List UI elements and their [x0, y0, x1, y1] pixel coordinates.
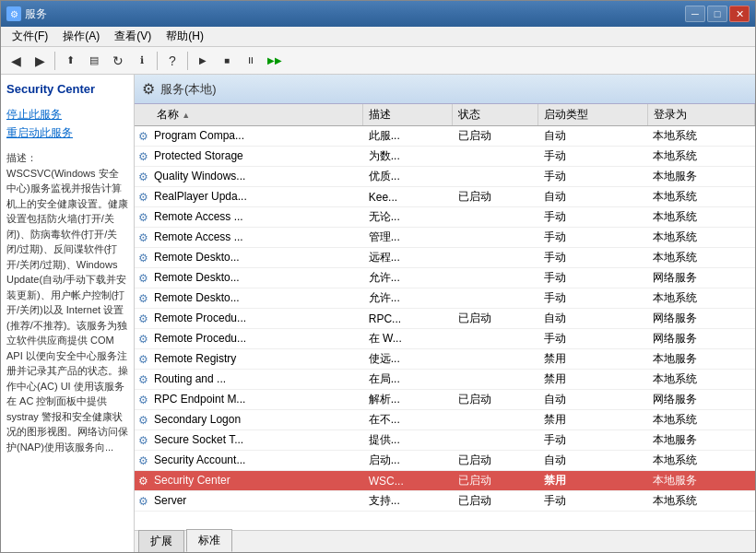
- table-row[interactable]: ⚙Protected Storage为数...手动本地系统: [135, 147, 755, 167]
- service-name: Remote Procedu...: [154, 312, 246, 324]
- refresh-button[interactable]: ↻: [107, 51, 129, 71]
- cell-name: ⚙Program Compa...: [135, 126, 363, 147]
- cell-name: ⚙Remote Deskto...: [135, 248, 363, 268]
- service-name: Security Center: [154, 474, 230, 487]
- content-area: Security Center 停止此服务 重启动此服务 描述： WSCSVC(…: [1, 75, 755, 552]
- forward-button[interactable]: ▶: [29, 51, 51, 71]
- cell-status: 已启动: [453, 451, 538, 471]
- cell-name: ⚙Remote Procedu...: [135, 309, 363, 329]
- up-button[interactable]: ⬆: [59, 51, 81, 71]
- table-row[interactable]: ⚙Security Account...启动...已启动自动本地系统: [135, 451, 755, 471]
- menu-action[interactable]: 操作(A): [55, 27, 107, 46]
- table-row[interactable]: ⚙Remote Access ...无论...手动本地系统: [135, 207, 755, 228]
- cell-name: ⚙Security Center: [135, 471, 363, 491]
- col-logon[interactable]: 登录为: [647, 104, 754, 126]
- services-table-container[interactable]: 名称 ▲ 描述 状态 启动类型 登录为 ⚙Program Compa...此服.…: [135, 104, 755, 530]
- cell-startup: 自动: [538, 309, 647, 329]
- cell-logon: 网络服务: [647, 309, 754, 329]
- service-icon: ⚙: [138, 353, 151, 366]
- menu-view[interactable]: 查看(V): [107, 27, 159, 46]
- table-row[interactable]: ⚙Security CenterWSC...已启动禁用本地服务: [135, 471, 755, 491]
- tab-expand[interactable]: 扩展: [138, 530, 184, 552]
- table-row[interactable]: ⚙Remote Deskto...允许...手动网络服务: [135, 268, 755, 288]
- minimize-button[interactable]: ─: [685, 6, 705, 22]
- cell-logon: 本地系统: [647, 126, 754, 147]
- service-icon: ⚙: [138, 394, 151, 406]
- table-row[interactable]: ⚙Secondary Logon在不...禁用本地系统: [135, 410, 755, 430]
- cell-status: [453, 207, 538, 228]
- table-row[interactable]: ⚙Remote Deskto...允许...手动本地系统: [135, 288, 755, 309]
- table-row[interactable]: ⚙RealPlayer Upda...Kee...已启动自动本地系统: [135, 187, 755, 207]
- cell-startup: 手动: [538, 147, 647, 167]
- table-row[interactable]: ⚙Remote Procedu...在 W...手动网络服务: [135, 329, 755, 349]
- menu-file[interactable]: 文件(F): [5, 27, 55, 46]
- col-startup[interactable]: 启动类型: [538, 104, 647, 126]
- toolbar-sep-2: [157, 52, 158, 70]
- service-icon: ⚙: [138, 333, 151, 346]
- cell-name: ⚙Remote Deskto...: [135, 268, 363, 288]
- window-title: 服务: [25, 6, 47, 22]
- table-row[interactable]: ⚙Remote Deskto...远程...手动本地系统: [135, 248, 755, 268]
- panel-header-title: 服务(本地): [160, 81, 217, 98]
- main-window: ⚙ 服务 ─ □ ✕ 文件(F) 操作(A) 查看(V) 帮助(H) ◀ ▶ ⬆…: [0, 0, 756, 553]
- service-icon: ⚙: [138, 414, 151, 427]
- stop-service-link[interactable]: 停止此服务: [6, 107, 128, 123]
- service-icon: ⚙: [138, 130, 151, 143]
- menu-help[interactable]: 帮助(H): [159, 27, 211, 46]
- cell-logon: 本地系统: [647, 370, 754, 390]
- resume-service-button[interactable]: ▶▶: [264, 51, 286, 71]
- maximize-button[interactable]: □: [707, 6, 727, 22]
- restart-service-link[interactable]: 重启动此服务: [6, 125, 128, 141]
- cell-logon: 本地服务: [647, 430, 754, 451]
- cell-desc: 支持...: [363, 491, 453, 512]
- status-tabs: 扩展 标准: [135, 530, 755, 552]
- cell-desc: 此服...: [363, 126, 453, 147]
- table-row[interactable]: ⚙Remote Registry使远...禁用本地服务: [135, 349, 755, 370]
- col-status[interactable]: 状态: [453, 104, 538, 126]
- service-name: Remote Deskto...: [154, 271, 240, 284]
- service-name: Remote Deskto...: [154, 291, 240, 304]
- table-row[interactable]: ⚙Secure Socket T...提供...手动本地服务: [135, 430, 755, 451]
- table-row[interactable]: ⚙Server支持...已启动手动本地系统: [135, 491, 755, 512]
- table-row[interactable]: ⚙Remote Access ...管理...手动本地系统: [135, 228, 755, 248]
- toolbar-sep-1: [54, 52, 55, 70]
- cell-startup: 手动: [538, 329, 647, 349]
- table-row[interactable]: ⚙Program Compa...此服...已启动自动本地系统: [135, 126, 755, 147]
- service-name: Routing and ...: [154, 372, 226, 385]
- cell-startup: 禁用: [538, 370, 647, 390]
- close-button[interactable]: ✕: [729, 6, 750, 22]
- cell-status: 已启动: [453, 491, 538, 512]
- cell-startup: 自动: [538, 451, 647, 471]
- cell-logon: 本地系统: [647, 410, 754, 430]
- table-row[interactable]: ⚙Quality Windows...优质...手动本地服务: [135, 167, 755, 187]
- cell-desc: 为数...: [363, 147, 453, 167]
- cell-name: ⚙Server: [135, 491, 363, 512]
- pause-service-button[interactable]: ⏸: [240, 51, 262, 71]
- cell-desc: 在不...: [363, 410, 453, 430]
- col-desc[interactable]: 描述: [363, 104, 453, 126]
- table-row[interactable]: ⚙Remote Procedu...RPC...已启动自动网络服务: [135, 309, 755, 329]
- stop-service-button[interactable]: ■: [216, 51, 238, 71]
- desc-label: 描述：: [6, 152, 37, 163]
- cell-name: ⚙RealPlayer Upda...: [135, 187, 363, 207]
- toolbar: ◀ ▶ ⬆ ▤ ↻ ℹ ? ▶ ■ ⏸ ▶▶: [1, 47, 755, 75]
- col-name[interactable]: 名称 ▲: [135, 104, 363, 126]
- cell-startup: 手动: [538, 207, 647, 228]
- tab-standard[interactable]: 标准: [186, 529, 232, 552]
- table-row[interactable]: ⚙Routing and ...在局...禁用本地系统: [135, 370, 755, 390]
- start-service-button[interactable]: ▶: [192, 51, 214, 71]
- service-name: Server: [154, 494, 186, 507]
- cell-name: ⚙Remote Procedu...: [135, 329, 363, 349]
- cell-status: 已启动: [453, 471, 538, 491]
- cell-desc: Kee...: [363, 187, 453, 207]
- service-name: Remote Procedu...: [154, 332, 246, 345]
- back-button[interactable]: ◀: [5, 51, 27, 71]
- show-hide-button[interactable]: ▤: [83, 51, 105, 71]
- service-icon: ⚙: [138, 171, 151, 183]
- table-row[interactable]: ⚙RPC Endpoint M...解析...已启动自动网络服务: [135, 390, 755, 410]
- help-toolbar-button[interactable]: ?: [161, 51, 183, 71]
- service-icon: ⚙: [138, 191, 151, 204]
- cell-status: 已启动: [453, 390, 538, 410]
- cell-logon: 本地系统: [647, 451, 754, 471]
- properties-button[interactable]: ℹ: [131, 51, 153, 71]
